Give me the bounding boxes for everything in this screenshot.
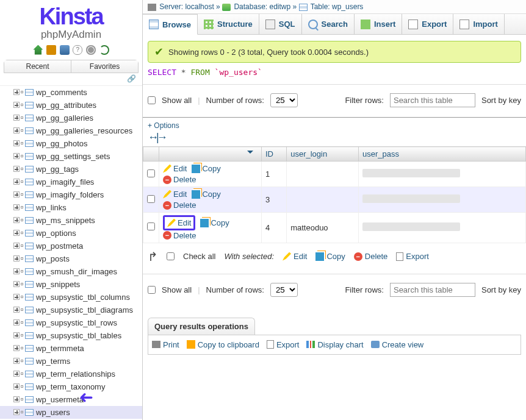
struct-icon[interactable] (21, 91, 23, 93)
expand-icon[interactable] (13, 268, 20, 274)
showall-checkbox-2[interactable] (148, 286, 156, 294)
struct-icon[interactable] (21, 104, 23, 106)
expand-icon[interactable] (13, 294, 20, 300)
expand-icon[interactable] (13, 371, 20, 377)
tab-sql[interactable]: SQL (259, 14, 302, 34)
tree-item-wp_usermeta[interactable]: wp_usermeta (0, 393, 142, 406)
expand-icon[interactable] (13, 409, 20, 415)
tree-item-wp_comments[interactable]: wp_comments (0, 86, 142, 99)
col-userlogin[interactable]: user_login (287, 147, 359, 162)
expand-icon[interactable] (13, 115, 20, 121)
struct-icon[interactable] (21, 219, 23, 221)
struct-icon[interactable] (21, 180, 23, 183)
expand-icon[interactable] (13, 383, 20, 390)
col-id[interactable]: ID (262, 147, 287, 162)
struct-icon[interactable] (21, 385, 23, 388)
expand-icon[interactable] (13, 230, 20, 236)
struct-icon[interactable] (21, 308, 23, 311)
row-delete[interactable]: −Delete (163, 231, 196, 240)
row-delete[interactable]: −Delete (163, 201, 196, 210)
struct-icon[interactable] (21, 168, 23, 170)
numrows-select-2[interactable]: 25 (270, 283, 298, 297)
tab-browse[interactable]: Browse (143, 14, 198, 35)
expand-icon[interactable] (13, 255, 20, 262)
tab-insert[interactable]: Insert (355, 14, 402, 34)
struct-icon[interactable] (21, 142, 23, 144)
tree-item-wp_term_relationships[interactable]: wp_term_relationships (0, 368, 142, 380)
struct-icon[interactable] (21, 360, 23, 362)
row-edit[interactable]: Edit (163, 190, 187, 199)
expand-icon[interactable] (13, 89, 20, 95)
tree-item-wp_gg_photos[interactable]: wp_gg_photos (0, 137, 142, 150)
struct-icon[interactable] (21, 321, 23, 324)
link-icon[interactable]: 🔗 (0, 73, 142, 85)
tab-structure[interactable]: Structure (198, 14, 259, 34)
struct-icon[interactable] (21, 129, 23, 132)
col-handle[interactable]: ↔|→ (143, 131, 526, 146)
expand-icon[interactable] (13, 345, 20, 351)
struct-icon[interactable] (21, 155, 23, 157)
struct-icon[interactable] (21, 283, 23, 285)
expand-icon[interactable] (13, 396, 20, 402)
row-checkbox[interactable] (147, 195, 155, 203)
table-name[interactable]: wp_users (332, 2, 363, 11)
tree-item-wp_users[interactable]: wp_users (0, 406, 142, 419)
expand-icon[interactable] (13, 204, 20, 210)
tree-item-wp_links[interactable]: wp_links (0, 201, 142, 214)
expand-icon[interactable] (13, 307, 20, 313)
tree-item-wp_terms[interactable]: wp_terms (0, 355, 142, 368)
logout-icon[interactable] (46, 45, 56, 55)
expand-icon[interactable] (13, 358, 20, 364)
db-name[interactable]: editwp (269, 2, 290, 11)
tree-item-wp_supsystic_tbl_columns[interactable]: wp_supsystic_tbl_columns (0, 291, 142, 304)
tree-item-wp_snippets[interactable]: wp_snippets (0, 278, 142, 291)
tree-item-wp_supsystic_tbl_diagrams[interactable]: wp_supsystic_tbl_diagrams (0, 304, 142, 316)
batch-edit[interactable]: Edit (283, 252, 307, 261)
reload-icon[interactable] (99, 45, 109, 55)
tab-search[interactable]: Search (302, 14, 355, 34)
tree-item-wp_supsystic_tbl_rows[interactable]: wp_supsystic_tbl_rows (0, 316, 142, 329)
tree-item-wp_gg_tags[interactable]: wp_gg_tags (0, 163, 142, 176)
settings-icon[interactable] (86, 45, 96, 55)
expand-icon[interactable] (13, 153, 20, 159)
db-icon[interactable] (60, 45, 70, 55)
checkall-box[interactable] (167, 252, 175, 260)
filter-input-2[interactable] (390, 283, 475, 297)
expand-icon[interactable] (13, 127, 20, 133)
row-checkbox[interactable] (147, 169, 155, 177)
options-link[interactable]: + Options (143, 118, 526, 131)
row-delete[interactable]: −Delete (163, 175, 196, 184)
home-icon[interactable] (33, 45, 43, 55)
struct-icon[interactable] (21, 398, 23, 400)
tree-item-wp_imagify_folders[interactable]: wp_imagify_folders (0, 188, 142, 201)
expand-icon[interactable] (13, 140, 20, 146)
expand-icon[interactable] (13, 191, 20, 198)
expand-icon[interactable] (13, 281, 20, 287)
tab-favorites[interactable]: Favorites (71, 60, 138, 73)
expand-icon[interactable] (13, 166, 20, 172)
struct-icon[interactable] (21, 232, 23, 234)
filter-input[interactable] (390, 93, 475, 107)
expand-icon[interactable] (13, 102, 20, 108)
tree-item-wp_options[interactable]: wp_options (0, 227, 142, 240)
tree-item-wp_postmeta[interactable]: wp_postmeta (0, 240, 142, 252)
struct-icon[interactable] (21, 296, 23, 298)
struct-icon[interactable] (21, 257, 23, 260)
batch-delete[interactable]: −Delete (354, 252, 388, 261)
row-copy[interactable]: Copy (200, 218, 229, 227)
row-copy[interactable]: Copy (192, 190, 220, 199)
struct-icon[interactable] (21, 347, 23, 349)
row-copy[interactable]: Copy (192, 164, 220, 173)
struct-icon[interactable] (21, 244, 23, 247)
row-edit[interactable]: Edit (163, 215, 195, 230)
struct-icon[interactable] (21, 334, 23, 336)
tree-item-wp_term_taxonomy[interactable]: wp_term_taxonomy (0, 380, 142, 393)
tab-recent[interactable]: Recent (4, 60, 71, 73)
tree-item-wp_supsystic_tbl_tables[interactable]: wp_supsystic_tbl_tables (0, 329, 142, 342)
tree-item-wp_termmeta[interactable]: wp_termmeta (0, 342, 142, 355)
tree-item-wp_gg_attributes[interactable]: wp_gg_attributes (0, 99, 142, 112)
struct-icon[interactable] (21, 206, 23, 208)
row-checkbox[interactable] (147, 222, 155, 230)
tree-item-wp_ms_snippets[interactable]: wp_ms_snippets (0, 214, 142, 227)
struct-icon[interactable] (21, 270, 23, 272)
